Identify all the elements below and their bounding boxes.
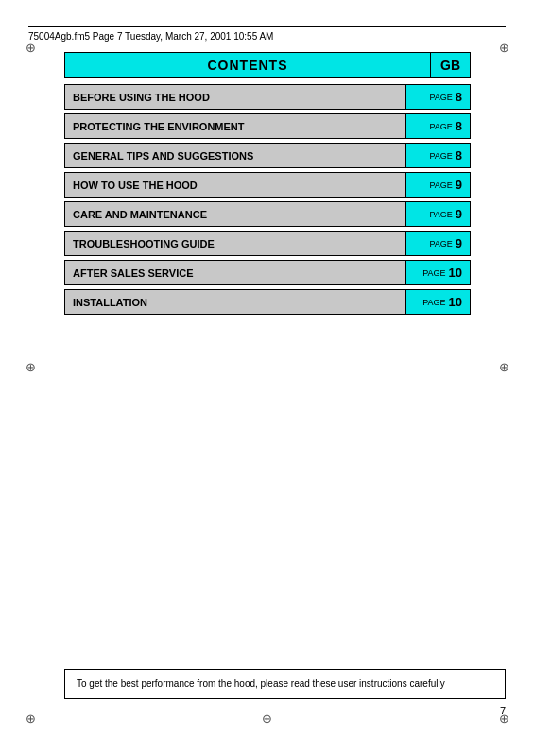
page-number: 7	[500, 705, 506, 716]
main-content: CONTENTS GB BEFORE USING THE HOODPAGE8PR…	[64, 52, 471, 318]
toc-row: HOW TO USE THE HOODPAGE9	[64, 172, 471, 198]
page-num: 8	[456, 148, 462, 163]
page-num: 9	[456, 236, 462, 250]
page-num: 8	[456, 119, 462, 133]
toc-row-page: PAGE9	[405, 173, 470, 197]
bottom-note: To get the best performance from the hoo…	[64, 669, 506, 699]
page-word: PAGE	[429, 239, 452, 249]
toc-row-title: GENERAL TIPS AND SUGGESTIONS	[65, 144, 405, 167]
cross-mid-right	[496, 359, 511, 374]
header-bar: 75004Agb.fm5 Page 7 Tuesday, March 27, 2…	[28, 26, 506, 42]
toc-row: INSTALLATIONPAGE10	[64, 289, 471, 315]
page-word: PAGE	[429, 93, 452, 102]
toc-row-page: PAGE8	[405, 85, 470, 109]
page-word: PAGE	[429, 151, 452, 161]
contents-gb: GB	[430, 52, 471, 78]
toc-list: BEFORE USING THE HOODPAGE8PROTECTING THE…	[64, 84, 471, 315]
toc-row: CARE AND MAINTENANCEPAGE9	[64, 201, 471, 227]
toc-row-page: PAGE9	[405, 202, 470, 226]
contents-header: CONTENTS GB	[64, 52, 471, 78]
toc-row-page: PAGE8	[405, 144, 470, 167]
page-num: 8	[456, 90, 462, 104]
toc-row-title: CARE AND MAINTENANCE	[65, 202, 405, 226]
page-num: 9	[456, 178, 462, 192]
cross-bottom-mid	[260, 711, 275, 726]
page-num: 9	[456, 207, 462, 221]
page-num: 10	[449, 295, 462, 309]
header-text: 75004Agb.fm5 Page 7 Tuesday, March 27, 2…	[28, 31, 273, 42]
toc-row: PROTECTING THE ENVIRONMENTPAGE8	[64, 113, 471, 139]
toc-row-title: BEFORE USING THE HOOD	[65, 85, 405, 109]
toc-row: GENERAL TIPS AND SUGGESTIONSPAGE8	[64, 143, 471, 168]
toc-row-page: PAGE9	[405, 232, 470, 255]
page-word: PAGE	[422, 268, 445, 278]
page-word: PAGE	[429, 180, 452, 190]
toc-row-title: PROTECTING THE ENVIRONMENT	[65, 114, 405, 138]
page-word: PAGE	[429, 122, 452, 131]
page-word: PAGE	[429, 210, 452, 219]
toc-row-page: PAGE10	[405, 261, 470, 284]
toc-row-title: HOW TO USE THE HOOD	[65, 173, 405, 197]
toc-row-page: PAGE8	[405, 114, 470, 138]
toc-row: TROUBLESHOOTING GUIDEPAGE9	[64, 231, 471, 256]
toc-row: BEFORE USING THE HOODPAGE8	[64, 84, 471, 110]
toc-row: AFTER SALES SERVICEPAGE10	[64, 260, 471, 285]
toc-row-page: PAGE10	[405, 290, 470, 314]
cross-top-right	[496, 40, 511, 55]
toc-row-title: AFTER SALES SERVICE	[65, 261, 405, 284]
cross-mid-left	[23, 359, 38, 374]
page-word: PAGE	[422, 298, 445, 307]
toc-row-title: TROUBLESHOOTING GUIDE	[65, 232, 405, 255]
page-container: 75004Agb.fm5 Page 7 Tuesday, March 27, 2…	[0, 0, 534, 756]
contents-title: CONTENTS	[64, 52, 430, 78]
cross-top-left	[23, 40, 38, 55]
toc-row-title: INSTALLATION	[65, 290, 405, 314]
cross-bottom-left	[23, 711, 38, 726]
page-num: 10	[449, 266, 462, 280]
